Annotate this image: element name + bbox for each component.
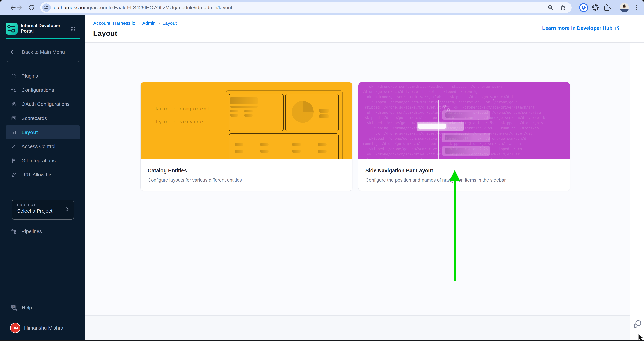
sidebar-item-pipelines[interactable]: Pipelines (0, 224, 86, 238)
card-title: Catalog Entities (148, 168, 345, 174)
card-side-navigation-bar-layout[interactable]: ok /drone/go-scm/scm/driver/github skipp… (358, 82, 570, 191)
browser-profile-avatar[interactable] (620, 3, 629, 12)
main-content: kind : component type : service (86, 15, 644, 340)
sidebar-item-url-allow-list[interactable]: URL Allow List (6, 168, 80, 182)
sidebar-item-configurations[interactable]: Configurations (6, 83, 80, 97)
lock-icon (11, 101, 17, 107)
url-text[interactable]: qa.harness.io/ng/account/zEaak-FLS425IEO… (54, 5, 547, 11)
bookmark-star-icon[interactable] (560, 4, 566, 11)
chevron-right-icon (64, 206, 70, 212)
browser-toolbar: qa.harness.io/ng/account/zEaak-FLS425IEO… (0, 0, 644, 16)
gears-icon (11, 87, 17, 93)
arrow-left-icon (10, 49, 17, 56)
user-profile[interactable]: HM Himanshu Mishra (0, 322, 86, 334)
layout-icon (11, 129, 17, 135)
link-icon (11, 172, 17, 178)
page-header: Account: Harness.io › Admin › Layout Lay… (86, 15, 644, 43)
reload-icon[interactable] (26, 0, 37, 15)
spinner-extension-icon[interactable] (590, 0, 601, 15)
sidebar-item-git-integrations[interactable]: Git Integrations (6, 154, 80, 168)
sidebar-item-layout[interactable]: Layout (6, 125, 80, 139)
card-title: Side Navigation Bar Layout (366, 168, 563, 174)
mock-nav-item (442, 146, 490, 156)
extensions-puzzle-icon[interactable] (601, 0, 613, 15)
content-edge-divider (630, 15, 630, 340)
git-signpost-icon (11, 158, 17, 164)
mock-nav-item (442, 110, 490, 120)
sidebar-item-scorecards[interactable]: Scorecards (6, 111, 80, 125)
help-chat-icon: ? (10, 304, 18, 311)
card-description: Configure the position and names of navi… (366, 177, 563, 183)
mock-panel-table (228, 133, 339, 159)
external-link-icon (614, 25, 620, 31)
url-bar[interactable]: qa.harness.io/ng/account/zEaak-FLS425IEO… (40, 2, 572, 13)
content-area: kind : component type : service (86, 43, 630, 315)
user-name: Himanshu Mishra (24, 325, 63, 331)
side-nav-illustration: ok /drone/go-scm/scm/driver/github skipp… (358, 82, 570, 159)
mock-nav-item-dragged (417, 122, 464, 131)
toolbar-divider (615, 4, 615, 11)
idp-logo[interactable] (6, 23, 18, 35)
mouse-cursor (637, 333, 644, 341)
card-catalog-entities[interactable]: kind : component type : service (140, 82, 352, 191)
breadcrumb-account-link[interactable]: Account: Harness.io (93, 21, 136, 26)
breadcrumb-admin-link[interactable]: Admin (142, 21, 156, 26)
mock-nav-item (442, 133, 490, 142)
learn-more-link[interactable]: Learn more in Developer Hub (542, 25, 620, 31)
svg-text:?: ? (13, 305, 14, 308)
sidebar-nav: Plugins Configurations OAuth Configurati… (0, 69, 86, 182)
page: Internal Developer Portal Back to Main M… (0, 15, 644, 341)
annotation-arrow-shaft (454, 180, 456, 281)
user-avatar: HM (10, 323, 20, 333)
sidebar-item-access-control[interactable]: Access Control (6, 139, 80, 154)
sidebar-item-oauth-configurations[interactable]: OAuth Configurations (6, 97, 80, 111)
help-button[interactable]: ? Help (0, 300, 86, 315)
person-icon (11, 143, 17, 150)
annotation-arrow-up (449, 170, 460, 181)
breadcrumb: Account: Harness.io › Admin › Layout (93, 21, 177, 26)
teal-divider (6, 39, 80, 39)
product-title: Internal Developer Portal (21, 23, 68, 34)
scorecard-icon (11, 115, 17, 121)
onepassword-extension-icon[interactable] (578, 0, 590, 15)
breadcrumb-layout-link[interactable]: Layout (162, 21, 177, 26)
forward-icon[interactable] (14, 0, 25, 15)
sidebar-item-plugins[interactable]: Plugins (6, 69, 80, 83)
catalog-entities-illustration: kind : component type : service (140, 82, 352, 159)
puzzle-icon (11, 73, 17, 79)
project-selector[interactable]: PROJECT Select a Project (12, 200, 74, 220)
site-settings-icon[interactable] (42, 3, 51, 12)
pipelines-icon (11, 228, 17, 235)
card-description: Configure layouts for various different … (148, 177, 345, 183)
module-grid-icon[interactable] (69, 26, 77, 33)
page-title: Layout (93, 29, 117, 38)
zoom-icon[interactable] (547, 4, 554, 11)
browser-window: qa.harness.io/ng/account/zEaak-FLS425IEO… (0, 0, 644, 341)
sidebar: Internal Developer Portal Back to Main M… (0, 15, 86, 340)
browser-menu-kebab-icon[interactable] (630, 0, 642, 15)
window-bottom-edge (0, 340, 644, 341)
chat-support-icon[interactable] (632, 319, 642, 329)
mock-pie-chart (292, 101, 314, 123)
section-underline (6, 56, 80, 62)
footer-band (86, 315, 630, 340)
